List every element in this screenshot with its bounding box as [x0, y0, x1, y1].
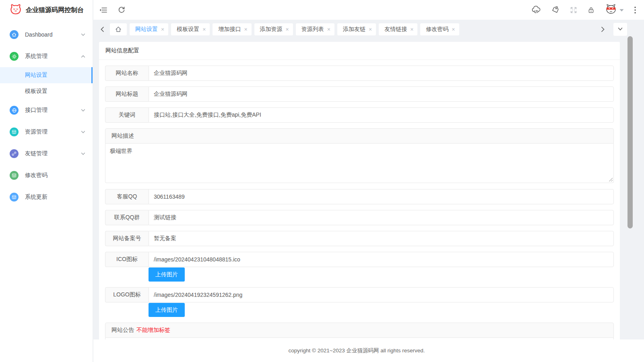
upload-logo-button[interactable]: 上传图片: [149, 303, 185, 317]
gear-icon: [10, 52, 19, 61]
menu-fold-icon[interactable]: [99, 6, 107, 14]
field-site-title: 网站标题: [105, 86, 614, 102]
sidebar-item-label: 友链管理: [25, 150, 81, 157]
field-label: 网站标题: [105, 86, 149, 102]
globe-icon: [10, 106, 19, 115]
copyright-text: copyright © 2021~2023 企业猫源码网 all rights …: [289, 347, 425, 354]
field-label: 客服QQ: [105, 189, 149, 204]
field-label: 网站描述: [105, 128, 614, 144]
field-label: 网站名称: [105, 66, 149, 81]
sidebar-item-dashboard[interactable]: Dashboard: [0, 24, 93, 45]
tab-home[interactable]: [110, 23, 127, 35]
close-icon[interactable]: ×: [161, 27, 164, 32]
field-keywords: 关键词: [105, 107, 614, 123]
avatar: [605, 4, 617, 16]
fullscreen-icon[interactable]: [570, 6, 577, 14]
field-service-qq: 客服QQ: [105, 189, 614, 204]
chevron-down-icon: [81, 130, 85, 134]
sidebar-menu: Dashboard 系统管理: [0, 20, 93, 208]
field-logo-icon: LOGO图标: [105, 287, 614, 302]
sidebar-item-label: 系统更新: [25, 193, 85, 201]
lock-icon[interactable]: [588, 6, 594, 14]
sidebar-item-api-management[interactable]: 接口管理: [0, 99, 93, 121]
link-icon: [10, 149, 19, 158]
site-name-input[interactable]: [149, 66, 614, 81]
table-icon: [10, 193, 19, 202]
home-icon: [115, 26, 122, 33]
site-config-card: 网站信息配置 网站名称 网站标题 关键词 网站描述 极端世界: [99, 42, 620, 339]
table-icon: [10, 171, 19, 180]
close-icon[interactable]: ×: [410, 27, 413, 32]
sidebar-subitem-label: 网站设置: [25, 72, 47, 79]
kebab-menu-icon[interactable]: [634, 6, 636, 14]
tab-change-password[interactable]: 修改密码 ×: [420, 23, 459, 35]
field-label: LOGO图标: [105, 287, 149, 302]
site-description-textarea[interactable]: 极端世界: [105, 144, 614, 183]
icp-number-input[interactable]: [149, 231, 614, 246]
close-icon[interactable]: ×: [327, 27, 330, 32]
tab-template-settings[interactable]: 模板设置 ×: [171, 23, 210, 35]
tabs-scroll-right-icon[interactable]: [598, 27, 608, 32]
caret-down-icon: [619, 6, 624, 14]
tab-website-settings[interactable]: 网站设置 ×: [130, 23, 168, 35]
field-label: 关键词: [105, 107, 149, 123]
chevron-down-icon: [81, 108, 85, 113]
site-title-input[interactable]: [149, 86, 614, 102]
field-label: 网站公告 不能增加标签: [105, 323, 614, 338]
field-icp-number: 网站备案号: [105, 231, 614, 246]
close-icon[interactable]: ×: [286, 27, 289, 32]
home-icon: [10, 30, 19, 39]
page-footer: copyright © 2021~2023 企业猫源码网 all rights …: [93, 339, 644, 362]
tab-strip: 网站设置 × 模板设置 × 增加接口 × 添加资源 × 资源列表 × 添加友链 …: [93, 20, 644, 39]
table-icon: [10, 128, 19, 136]
notice-warning-text: 不能增加标签: [136, 327, 170, 334]
top-header: [93, 0, 644, 20]
cloud-code-icon[interactable]: [531, 6, 541, 14]
field-site-description: 网站描述 极端世界: [105, 128, 614, 183]
content-viewport: 网站信息配置 网站名称 网站标题 关键词 网站描述 极端世界: [93, 39, 644, 339]
keywords-input[interactable]: [149, 107, 614, 123]
sidebar-item-friendlink-management[interactable]: 友链管理: [0, 143, 93, 165]
contact-qq-group-input[interactable]: [149, 210, 614, 225]
field-ico-icon: ICO图标: [105, 252, 614, 267]
chevron-up-icon: [81, 54, 85, 59]
logo-path-input[interactable]: [149, 287, 614, 302]
sidebar-subitem-label: 模板设置: [25, 88, 47, 95]
upload-ico-button[interactable]: 上传图片: [149, 267, 185, 282]
close-icon[interactable]: ×: [244, 27, 247, 32]
chevron-down-icon: [81, 152, 85, 156]
sidebar-item-label: 资源管理: [25, 128, 81, 136]
vertical-scrollbar[interactable]: [627, 36, 633, 228]
tab-add-resource[interactable]: 添加资源 ×: [254, 23, 293, 35]
sidebar-subitem-website-settings[interactable]: 网站设置: [0, 67, 93, 83]
sidebar: 企业猫源码网控制台 Dashboard: [0, 0, 93, 362]
sidebar-item-system-update[interactable]: 系统更新: [0, 186, 93, 208]
field-label: 联系QQ群: [105, 210, 149, 225]
refresh-icon[interactable]: [118, 6, 125, 14]
sidebar-item-resource-management[interactable]: 资源管理: [0, 121, 93, 143]
field-site-notice: 网站公告 不能增加标签 更多免费源码尽在企业猫源码网 www.qymao.cn: [105, 323, 614, 339]
tab-friend-links[interactable]: 友情链接 ×: [379, 23, 417, 35]
field-contact-qq-group: 联系QQ群: [105, 210, 614, 225]
chevron-down-icon: [81, 33, 85, 37]
close-icon[interactable]: ×: [452, 27, 455, 32]
field-site-name: 网站名称: [105, 66, 614, 81]
close-icon[interactable]: ×: [369, 27, 372, 32]
sidebar-item-change-password[interactable]: 修改密码: [0, 165, 93, 186]
field-label: 网站备案号: [105, 231, 149, 246]
service-qq-input[interactable]: [149, 189, 614, 204]
tab-add-api[interactable]: 增加接口 ×: [213, 23, 251, 35]
ico-path-input[interactable]: [149, 252, 614, 267]
sidebar-item-system-management[interactable]: 系统管理: [0, 45, 93, 67]
tabs-scroll-left-icon[interactable]: [97, 27, 107, 32]
sidebar-item-label: 系统管理: [25, 53, 81, 60]
user-menu[interactable]: [605, 4, 624, 16]
tab-add-friendlink[interactable]: 添加友链 ×: [337, 23, 376, 35]
sidebar-subitem-template-settings[interactable]: 模板设置: [0, 83, 93, 99]
field-label: ICO图标: [105, 252, 149, 267]
tabs-menu-chevron-icon[interactable]: [613, 23, 627, 36]
close-icon[interactable]: ×: [202, 27, 206, 32]
app-logo-row: 企业猫源码网控制台: [0, 0, 93, 20]
tab-resource-list[interactable]: 资源列表 ×: [296, 23, 334, 35]
tag-icon[interactable]: [551, 6, 559, 14]
